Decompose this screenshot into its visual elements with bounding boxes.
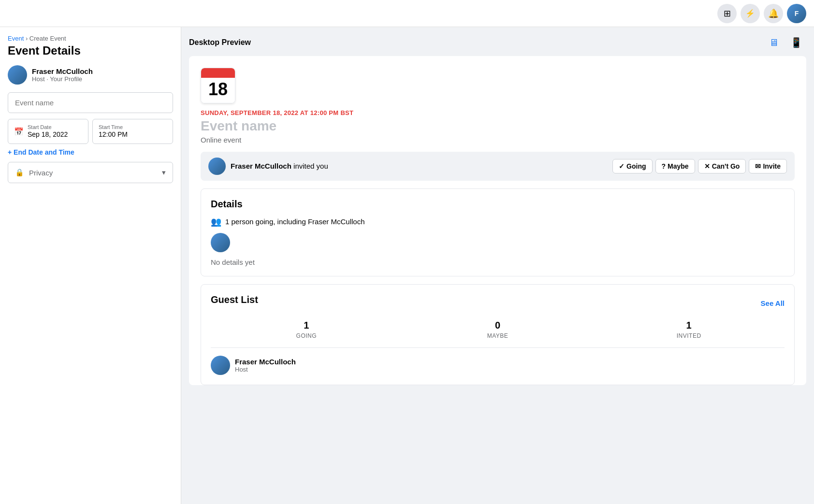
messenger-icon: ⚡ — [745, 9, 755, 18]
mobile-view-button[interactable]: 📱 — [786, 35, 806, 50]
details-title: Details — [211, 199, 785, 210]
guest-row: Fraser McCulloch Host — [211, 356, 785, 375]
guest-list-section: Guest List See All 1 GOING 0 MAYBE 1 INV… — [201, 284, 795, 385]
messenger-icon-button[interactable]: ⚡ — [741, 4, 760, 23]
envelope-icon: ✉ — [755, 162, 761, 170]
user-avatar[interactable]: F — [787, 4, 806, 23]
page-title: Event Details — [8, 44, 173, 58]
maybe-stat-label: MAYBE — [487, 332, 509, 339]
privacy-dropdown[interactable]: 🔒 Privacy ▾ — [8, 162, 173, 183]
start-date-field[interactable]: 📅 Start Date Sep 18, 2022 — [8, 119, 88, 144]
no-details-text: No details yet — [211, 258, 785, 266]
grid-icon: ⊞ — [724, 8, 731, 19]
breadcrumb: Event › Create Event — [8, 35, 173, 42]
grid-icon-button[interactable]: ⊞ — [717, 4, 737, 23]
maybe-button[interactable]: ? Maybe — [655, 159, 695, 173]
host-invite-avatar — [208, 158, 226, 175]
going-button[interactable]: ✓ Going — [612, 159, 652, 173]
people-icon: 👥 — [211, 216, 221, 227]
cant-go-label: Can't Go — [712, 162, 740, 170]
guest-avatar — [211, 356, 230, 375]
preview-header: Desktop Preview 🖥 📱 — [189, 35, 806, 50]
start-time-label: Start Time — [99, 124, 128, 130]
calendar-top-red — [201, 68, 235, 78]
guest-list-header: Guest List See All — [211, 294, 785, 312]
preview-area: Desktop Preview 🖥 📱 18 SUNDAY, SEPTEMBER… — [181, 27, 814, 504]
x-icon: ✕ — [704, 162, 710, 170]
date-time-row: 📅 Start Date Sep 18, 2022 Start Time 12:… — [8, 119, 173, 144]
host-role: Host · Your Profile — [32, 75, 93, 83]
chevron-down-icon: ▾ — [162, 168, 166, 177]
calendar-icon: 📅 — [14, 127, 24, 136]
going-label: Going — [626, 162, 646, 170]
calendar-icon-wrap: 18 — [189, 56, 806, 103]
nav-icons-group: ⊞ ⚡ 🔔 F — [717, 4, 806, 23]
desktop-view-button[interactable]: 🖥 — [765, 35, 783, 50]
checkmark-icon: ✓ — [619, 162, 625, 170]
invited-stat-label: INVITED — [677, 332, 701, 339]
guest-stats-row: 1 GOING 0 MAYBE 1 INVITED — [211, 320, 785, 348]
going-count-text: 1 person going, including Fraser McCullo… — [225, 217, 364, 226]
invited-stat-number: 1 — [593, 320, 785, 331]
top-navigation: ⊞ ⚡ 🔔 F — [0, 0, 814, 27]
cant-go-button[interactable]: ✕ Can't Go — [698, 159, 746, 173]
preview-title: Desktop Preview — [189, 38, 251, 47]
question-icon: ? — [662, 162, 666, 170]
details-section: Details 👥 1 person going, including Fras… — [201, 188, 795, 276]
breadcrumb-current: Create Event — [29, 35, 66, 42]
device-toggle-group: 🖥 📱 — [765, 35, 806, 50]
guest-role: Host — [235, 366, 296, 373]
going-count-row: 👥 1 person going, including Fraser McCul… — [211, 216, 785, 227]
main-layout: Event › Create Event Event Details Frase… — [0, 27, 814, 504]
start-time-field[interactable]: Start Time 12:00 PM — [92, 119, 173, 144]
guest-name: Fraser McCulloch — [235, 358, 296, 366]
calendar-day-number: 18 — [205, 80, 231, 99]
left-sidebar: Event › Create Event Event Details Frase… — [0, 27, 181, 504]
maybe-label: Maybe — [668, 162, 689, 170]
host-name: Fraser McCulloch — [32, 67, 93, 75]
start-date-label: Start Date — [28, 124, 68, 130]
maybe-stat-number: 0 — [402, 320, 594, 331]
event-name-preview: Event name — [189, 118, 806, 136]
host-avatar — [8, 65, 27, 85]
invite-button[interactable]: ✉ Invite — [749, 159, 787, 173]
breadcrumb-separator: › — [26, 35, 29, 42]
calendar-bottom: 18 — [201, 78, 235, 103]
see-all-link[interactable]: See All — [761, 299, 785, 307]
rsvp-buttons: ✓ Going ? Maybe ✕ Can't Go ✉ Invite — [612, 159, 787, 173]
start-date-value: Sep 18, 2022 — [28, 130, 68, 138]
calendar-date-icon: 18 — [201, 68, 235, 103]
event-type-label: Online event — [189, 136, 806, 152]
going-stat: 1 GOING — [211, 320, 402, 340]
bell-icon: 🔔 — [768, 8, 779, 19]
going-stat-number: 1 — [211, 320, 402, 331]
host-small-avatar — [211, 233, 230, 252]
breadcrumb-event-link[interactable]: Event — [8, 35, 24, 42]
host-info: Fraser McCulloch Host · Your Profile — [32, 67, 93, 83]
event-name-input[interactable] — [8, 92, 173, 113]
bell-icon-button[interactable]: 🔔 — [764, 4, 783, 23]
event-preview-card: 18 SUNDAY, SEPTEMBER 18, 2022 AT 12:00 P… — [189, 56, 806, 385]
guest-info: Fraser McCulloch Host — [235, 358, 296, 373]
guest-list-title: Guest List — [211, 294, 258, 305]
start-time-value: 12:00 PM — [99, 130, 128, 138]
invite-host-name: Fraser McCulloch — [231, 162, 291, 170]
host-row: Fraser McCulloch Host · Your Profile — [8, 65, 173, 85]
invite-label: Invite — [763, 162, 781, 170]
end-date-time-link[interactable]: + End Date and Time — [8, 148, 74, 156]
privacy-label: Privacy — [29, 169, 53, 177]
maybe-stat: 0 MAYBE — [402, 320, 594, 340]
going-stat-label: GOING — [296, 332, 317, 339]
invite-bar: Fraser McCulloch invited you ✓ Going ? M… — [201, 152, 795, 181]
invited-stat: 1 INVITED — [593, 320, 785, 340]
event-date-string: SUNDAY, SEPTEMBER 18, 2022 AT 12:00 PM B… — [189, 103, 806, 118]
invite-text: Fraser McCulloch invited you — [231, 162, 612, 170]
lock-icon: 🔒 — [15, 168, 24, 177]
